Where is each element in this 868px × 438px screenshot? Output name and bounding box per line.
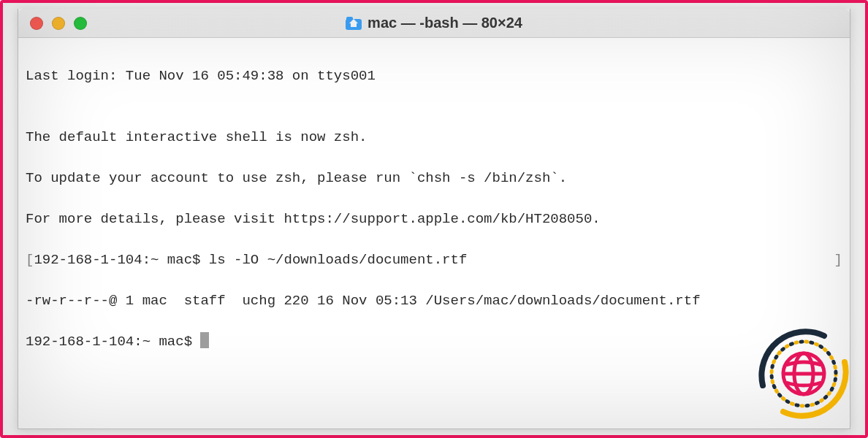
traffic-lights: [30, 17, 87, 30]
terminal-line: To update your account to use zsh, pleas…: [26, 168, 842, 188]
terminal-line: Last login: Tue Nov 16 05:49:38 on ttys0…: [26, 66, 842, 86]
terminal-line: For more details, please visit https://s…: [26, 209, 842, 229]
terminal-body[interactable]: Last login: Tue Nov 16 05:49:38 on ttys0…: [18, 38, 850, 429]
terminal-line: -rw-r--r--@ 1 mac staff uchg 220 16 Nov …: [26, 291, 842, 311]
command-text: ls -lO ~/downloads/document.rtf: [209, 252, 467, 268]
zoom-icon[interactable]: [74, 17, 87, 30]
terminal-window: mac — -bash — 80×24 Last login: Tue Nov …: [18, 9, 850, 429]
folder-home-icon: [346, 17, 362, 30]
title-center: mac — -bash — 80×24: [18, 15, 850, 31]
terminal-line: [192-168-1-104:~ mac$ ls -lO ~/downloads…: [26, 250, 842, 270]
bracket-close: ]: [834, 250, 842, 270]
image-frame: mac — -bash — 80×24 Last login: Tue Nov …: [0, 0, 868, 438]
close-icon[interactable]: [30, 17, 43, 30]
window-title: mac — -bash — 80×24: [368, 15, 522, 31]
minimize-icon[interactable]: [52, 17, 65, 30]
terminal-line: The default interactive shell is now zsh…: [26, 127, 842, 147]
bracket-open: [: [26, 252, 34, 268]
prompt: 192-168-1-104:~ mac$: [34, 252, 208, 268]
window-titlebar[interactable]: mac — -bash — 80×24: [18, 9, 850, 38]
prompt: 192-168-1-104:~ mac$: [26, 334, 200, 350]
terminal-line: 192-168-1-104:~ mac$: [26, 331, 842, 352]
cursor-block: [200, 332, 209, 348]
